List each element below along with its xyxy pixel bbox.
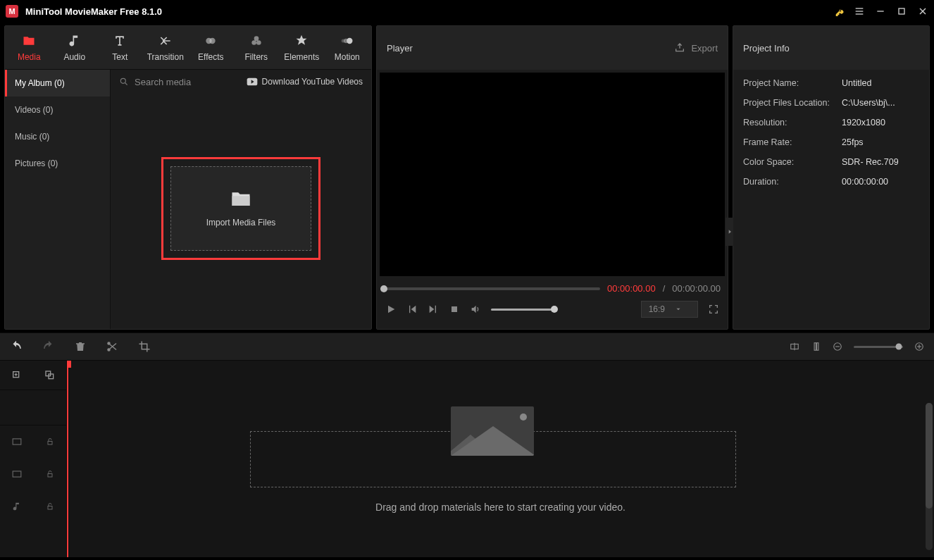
lock-track-icon[interactable] bbox=[46, 469, 54, 479]
zoom-slider[interactable] bbox=[854, 346, 903, 348]
search-icon bbox=[119, 77, 129, 87]
sidebar-item-music[interactable]: Music (0) bbox=[5, 123, 110, 150]
prev-frame-button[interactable] bbox=[406, 304, 418, 315]
tab-text[interactable]: Text bbox=[97, 26, 143, 69]
sidebar-item-pictures[interactable]: Pictures (0) bbox=[5, 150, 110, 177]
time-sep: / bbox=[663, 283, 666, 294]
crop-button[interactable] bbox=[138, 340, 151, 353]
project-location-label: Project Files Location: bbox=[743, 98, 842, 108]
svg-point-11 bbox=[256, 40, 261, 45]
timeline-magnet-button[interactable] bbox=[811, 341, 821, 352]
svg-rect-18 bbox=[232, 196, 250, 206]
app-title: MiniTool MovieMaker Free 8.1.0 bbox=[25, 6, 162, 17]
tab-media-label: Media bbox=[18, 52, 41, 62]
menu-icon[interactable] bbox=[854, 6, 865, 17]
maximize-icon[interactable] bbox=[896, 6, 907, 17]
video-track-icon[interactable] bbox=[12, 437, 22, 446]
svg-rect-4 bbox=[899, 8, 904, 14]
resolution-label: Resolution: bbox=[743, 118, 842, 127]
svg-rect-39 bbox=[48, 474, 52, 478]
sidebar-item-videos[interactable]: Videos (0) bbox=[5, 97, 110, 123]
framerate-label: Frame Rate: bbox=[743, 137, 842, 147]
svg-point-15 bbox=[120, 78, 125, 83]
add-track-button[interactable] bbox=[11, 370, 23, 381]
video-preview[interactable] bbox=[380, 73, 725, 276]
player-panel: Player Export 00:00:00.00 / 00:00:00.00 bbox=[376, 25, 728, 330]
tab-filters[interactable]: Filters bbox=[234, 26, 280, 69]
video-track-1-header bbox=[0, 425, 66, 458]
timeline-toolbar bbox=[0, 332, 934, 361]
svg-rect-37 bbox=[48, 442, 52, 445]
youtube-icon bbox=[247, 77, 258, 86]
project-location-value: C:\Users\bj\... bbox=[842, 98, 919, 108]
tab-effects[interactable]: Effects bbox=[188, 26, 234, 69]
video-track-2-header bbox=[0, 458, 66, 490]
duration-label: Duration: bbox=[743, 177, 842, 187]
fullscreen-button[interactable] bbox=[708, 304, 719, 315]
svg-rect-38 bbox=[13, 471, 21, 477]
resolution-value: 1920x1080 bbox=[842, 118, 919, 127]
video-track-icon[interactable] bbox=[12, 470, 22, 478]
svg-rect-40 bbox=[48, 506, 52, 510]
minimize-icon[interactable] bbox=[875, 6, 886, 17]
tab-elements-label: Elements bbox=[284, 52, 319, 62]
audio-track-icon[interactable] bbox=[12, 502, 22, 511]
tab-transition-label: Transition bbox=[147, 52, 184, 62]
tab-transition[interactable]: Transition bbox=[143, 26, 189, 69]
tab-effects-label: Effects bbox=[198, 52, 223, 62]
zoom-out-button[interactable] bbox=[833, 342, 842, 351]
timeline-vertical-scrollbar[interactable] bbox=[926, 403, 933, 550]
aspect-ratio-value: 16:9 bbox=[649, 304, 665, 314]
lock-track-icon[interactable] bbox=[46, 437, 54, 447]
collapse-info-button[interactable] bbox=[726, 218, 733, 246]
time-total: 00:00:00.00 bbox=[672, 283, 721, 294]
duration-value: 00:00:00:00 bbox=[842, 177, 919, 187]
timeline-fit-button[interactable] bbox=[789, 342, 800, 351]
split-button[interactable] bbox=[106, 340, 118, 353]
playhead[interactable] bbox=[67, 361, 68, 557]
redo-button[interactable] bbox=[42, 340, 55, 353]
undo-button[interactable] bbox=[10, 340, 23, 353]
next-frame-button[interactable] bbox=[428, 304, 439, 315]
colorspace-value: SDR- Rec.709 bbox=[842, 157, 919, 167]
export-button[interactable]: Export bbox=[674, 42, 718, 54]
svg-point-9 bbox=[254, 36, 259, 41]
sidebar-item-my-album[interactable]: My Album (0) bbox=[5, 70, 110, 97]
stop-button[interactable] bbox=[449, 304, 460, 315]
search-media[interactable]: Search media bbox=[119, 77, 241, 87]
svg-rect-36 bbox=[13, 439, 21, 444]
tracks-area[interactable]: Drag and drop materials here to start cr… bbox=[67, 361, 934, 557]
tab-motion[interactable]: Motion bbox=[325, 26, 371, 69]
import-media-button[interactable]: Import Media Files bbox=[170, 166, 311, 251]
tab-text-label: Text bbox=[112, 52, 127, 62]
chevron-down-icon bbox=[675, 306, 682, 313]
svg-point-10 bbox=[251, 40, 256, 45]
project-info-panel: Project Info Project Name:Untitled Proje… bbox=[733, 25, 930, 330]
media-panel: Media Audio Text Transition Effects Filt… bbox=[4, 25, 372, 330]
player-title: Player bbox=[387, 43, 413, 54]
tab-audio-label: Audio bbox=[63, 52, 85, 62]
tab-media[interactable]: Media bbox=[6, 26, 52, 69]
download-youtube-label: Download YouTube Videos bbox=[262, 77, 363, 87]
key-icon[interactable] bbox=[833, 6, 844, 17]
download-youtube-link[interactable]: Download YouTube Videos bbox=[247, 77, 363, 87]
project-info-title: Project Info bbox=[743, 43, 790, 54]
svg-rect-24 bbox=[814, 343, 816, 351]
aspect-ratio-select[interactable]: 16:9 bbox=[641, 301, 698, 318]
project-name-value: Untitled bbox=[842, 78, 919, 88]
seek-slider[interactable] bbox=[384, 287, 600, 290]
delete-button[interactable] bbox=[75, 340, 86, 353]
volume-button[interactable] bbox=[470, 304, 481, 315]
play-button[interactable] bbox=[385, 304, 397, 315]
tab-elements[interactable]: Elements bbox=[279, 26, 325, 69]
lock-track-icon[interactable] bbox=[46, 502, 54, 511]
chevron-right-icon bbox=[727, 228, 733, 235]
folder-icon bbox=[230, 189, 251, 208]
tab-audio[interactable]: Audio bbox=[52, 26, 98, 69]
audio-track-header bbox=[0, 490, 66, 523]
zoom-in-button[interactable] bbox=[914, 342, 924, 351]
volume-slider[interactable] bbox=[491, 309, 554, 311]
time-current: 00:00:00.00 bbox=[607, 283, 656, 294]
manage-tracks-button[interactable] bbox=[44, 370, 56, 381]
close-icon[interactable] bbox=[917, 6, 928, 17]
